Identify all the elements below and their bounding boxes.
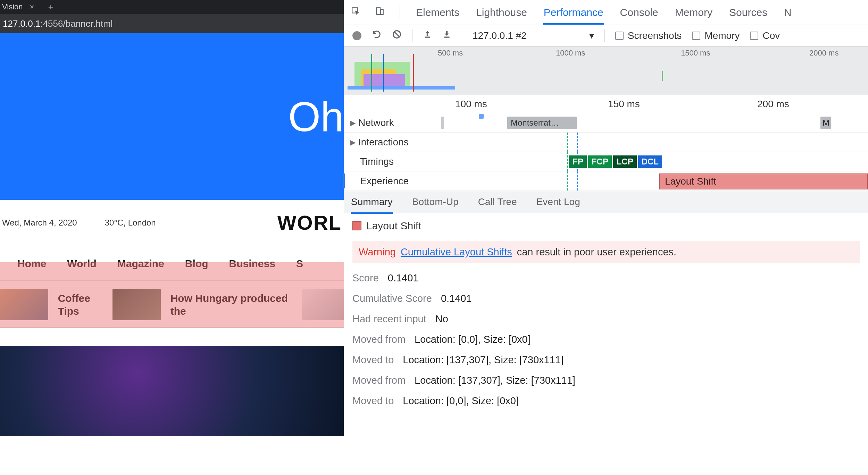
selected-track-marker [343,173,345,188]
divider [0,327,344,328]
device-icon[interactable] [375,7,384,18]
timing-badge-fcp[interactable]: FCP [588,155,612,168]
track-experience[interactable]: Experience Layout Shift [344,171,868,191]
banner-text: Oh [288,93,344,141]
checkbox-icon [750,32,758,40]
subtab-call-tree[interactable]: Call Tree [478,196,517,207]
page-viewport: Oh Wed, March 4, 2020 30°C, London WORL … [0,33,344,475]
disclosure-icon[interactable]: ▶ [350,138,356,146]
download-icon[interactable] [442,30,451,41]
address-path: :4556/banner.html [40,18,112,29]
page-weather: 30°C, London [105,218,156,228]
color-swatch-icon [352,221,361,230]
timing-marker-line [567,152,568,171]
timing-marker-line [577,133,578,152]
network-chip-label: Montserrat… [511,118,559,128]
tab-memory[interactable]: Memory [674,0,713,25]
disclosure-icon[interactable]: ▶ [350,119,356,127]
nav-home[interactable]: Home [17,258,46,270]
detail-row: Cumulative Score0.1401 [352,293,860,304]
nav-blog[interactable]: Blog [185,258,208,270]
svg-rect-5 [444,37,449,38]
timeline-ruler[interactable]: 100 ms 150 ms 200 ms [344,95,868,113]
browser-tab[interactable]: Vision × [0,2,41,11]
svg-rect-2 [381,10,383,15]
tab-lighthouse[interactable]: Lighthouse [475,0,528,25]
timing-badge-fp[interactable]: FP [569,155,587,168]
timeline-overview[interactable]: 500 ms 1000 ms 1500 ms 2000 ms [344,46,868,95]
clear-icon[interactable] [392,29,402,42]
subtab-event-log[interactable]: Event Log [536,196,580,207]
network-chip[interactable] [441,117,444,129]
warning-text: can result in poor user experiences. [517,246,676,258]
profile-select-label: 127.0.0.1 #2 [473,30,527,41]
reload-icon[interactable] [372,29,382,42]
headline[interactable]: How Hungary produced the [170,292,292,318]
thumbnail[interactable] [112,289,161,320]
overview-tick: 500 ms [438,49,463,58]
track-label: Experience [360,176,409,187]
upload-icon[interactable] [423,30,432,41]
summary-panel: Layout Shift Warning Cumulative Layout S… [344,213,868,414]
layout-shift-label: Layout Shift [665,176,716,187]
detail-title: Layout Shift [366,220,421,232]
ruler-tick: 150 ms [608,99,640,110]
devtools-tabs: Elements Lighthouse Performance Console … [344,0,868,25]
detail-row: Moved fromLocation: [137,307], Size: [73… [352,375,860,386]
thumbnail[interactable] [302,289,344,320]
detail-row: Had recent inputNo [352,313,860,325]
address-bar[interactable]: 127.0.0.1:4556/banner.html [0,14,344,33]
network-chip[interactable]: Montserrat… [507,117,577,129]
tab-performance[interactable]: Performance [543,0,604,25]
screenshots-checkbox[interactable]: Screenshots [615,30,682,41]
overview-minimap [348,54,417,92]
detail-row: Moved fromLocation: [0,0], Size: [0x0] [352,334,860,345]
tab-sources[interactable]: Sources [728,0,768,25]
coverage-checkbox[interactable]: Cov [750,30,780,41]
timing-badge-dcl[interactable]: DCL [638,155,662,168]
network-chip[interactable]: M [820,117,831,129]
memory-checkbox[interactable]: Memory [692,30,740,41]
checkbox-icon [692,32,700,40]
network-chip[interactable] [479,114,484,119]
warning-banner: Warning Cumulative Layout Shifts can res… [352,241,860,263]
overview-tick: 2000 ms [809,49,838,58]
track-network[interactable]: ▶ Network Montserrat… M [344,113,868,133]
profile-select[interactable]: 127.0.0.1 #2 ▾ [473,30,594,41]
overview-tick: 1000 ms [556,49,585,58]
chevron-down-icon: ▾ [589,30,594,41]
subtab-summary[interactable]: Summary [351,190,393,214]
layout-shift-event[interactable]: Layout Shift [659,173,868,189]
main-nav: Home World Magazine Blog Business S [0,237,344,280]
overview-tick: 1500 ms [681,49,710,58]
nav-world[interactable]: World [67,258,96,270]
nav-more[interactable]: S [296,258,303,270]
timing-marker-line [567,133,568,152]
inspect-icon[interactable] [351,7,360,18]
new-tab-icon[interactable]: + [48,2,53,12]
ruler-tick: 200 ms [757,99,789,110]
track-interactions[interactable]: ▶ Interactions [344,133,868,152]
headline[interactable]: Coffee Tips [58,292,103,318]
timing-badge-lcp[interactable]: LCP [613,155,637,168]
track-timings[interactable]: Timings FP FCP LCP DCL [344,152,868,171]
nav-magazine[interactable]: Magazine [117,258,164,270]
thumbnail[interactable] [0,289,48,320]
warning-label: Warning [359,246,396,258]
network-chip-label: M [823,118,829,128]
track-label: Timings [360,156,394,167]
tab-more[interactable]: N [783,0,792,25]
timing-marker-line [567,171,568,190]
record-icon[interactable] [352,31,361,40]
nav-business[interactable]: Business [229,258,275,270]
warning-link[interactable]: Cumulative Layout Shifts [401,246,512,258]
detail-row: Score0.1401 [352,272,860,284]
subtab-bottom-up[interactable]: Bottom-Up [412,196,459,207]
browser-window: Vision × + 127.0.0.1:4556/banner.html Oh… [0,0,344,475]
tab-console[interactable]: Console [619,0,659,25]
tab-elements[interactable]: Elements [415,0,460,25]
detail-row: Moved toLocation: [0,0], Size: [0x0] [352,395,860,407]
close-icon[interactable]: × [30,2,34,11]
overview-marker [662,71,663,81]
meta-row: Wed, March 4, 2020 30°C, London WORL [0,200,344,237]
